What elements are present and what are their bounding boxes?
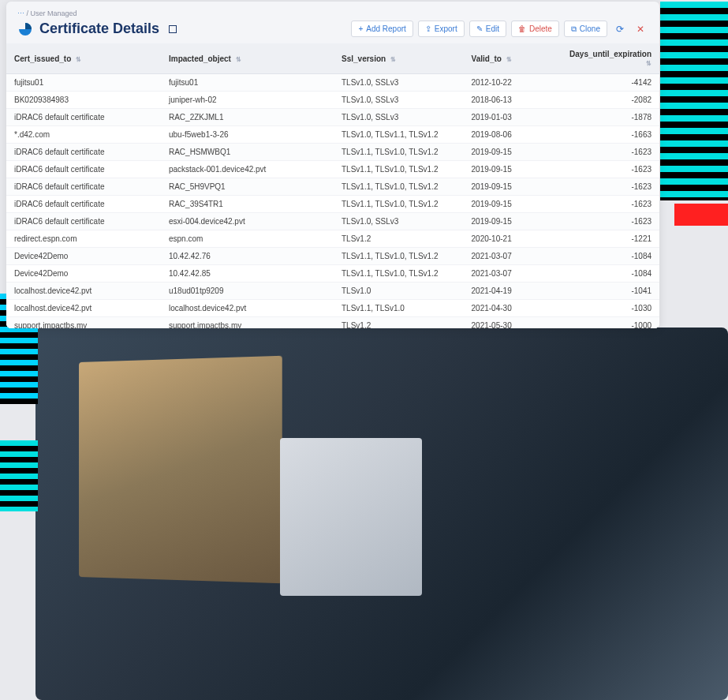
table-row[interactable]: Device42Demo10.42.42.85TLSv1.1, TLSv1.0,… [6, 265, 659, 283]
cell-obj: juniper-wh-02 [161, 92, 334, 109]
refresh-icon[interactable]: ⟳ [612, 21, 628, 37]
clone-button[interactable]: ⧉ Clone [564, 21, 607, 37]
table-row[interactable]: localhost.device42.pvtu18ud01tp9209TLSv1… [6, 283, 659, 300]
table-row[interactable]: localhost.device42.pvtlocalhost.device42… [6, 300, 659, 317]
col-header-ssl-version[interactable]: Ssl_version ⇅ [334, 43, 464, 74]
cell-ssl: TLSv1.1, TLSv1.0, TLSv1.2 [334, 161, 464, 178]
cell-obj: RAC_HSMWBQ1 [161, 144, 334, 161]
cell-ssl: TLSv1.0, SSLv3 [334, 74, 464, 92]
table-row[interactable]: iDRAC6 default certificateesxi-004.devic… [6, 213, 659, 230]
close-icon[interactable]: ✕ [633, 21, 648, 37]
breadcrumb-current: / User Managed [27, 9, 77, 17]
cell-ssl: TLSv1.0 [334, 283, 464, 300]
cell-ssl: TLSv1.1, TLSv1.0, TLSv1.2 [334, 196, 464, 213]
col-label: Cert_issued_to [14, 54, 71, 63]
edit-button[interactable]: ✎ Edit [469, 21, 506, 37]
title-indicator-icon [169, 25, 177, 33]
cell-valid: 2018-06-13 [464, 92, 562, 109]
cell-cert: iDRAC6 default certificate [6, 161, 161, 178]
cell-valid: 2019-09-15 [464, 213, 562, 230]
cell-days: -1041 [562, 283, 659, 300]
sort-icon: ⇅ [236, 56, 241, 63]
certificate-details-panel: ⋯ / User Managed Certificate Details + A… [6, 2, 659, 328]
cell-cert: *.d42.com [6, 126, 161, 144]
cell-cert: redirect.espn.com [6, 230, 161, 248]
cell-obj: packstack-001.device42.pvt [161, 161, 334, 178]
cell-ssl: TLSv1.1, TLSv1.0, TLSv1.2 [334, 178, 464, 196]
cell-ssl: TLSv1.0, TLSv1.1, TLSv1.2 [334, 126, 464, 144]
pencil-icon: ✎ [476, 25, 483, 33]
breadcrumb[interactable]: ⋯ / User Managed [6, 2, 659, 19]
cell-valid: 2019-08-06 [464, 126, 562, 144]
col-label: Days_until_expiration [569, 50, 651, 58]
col-header-valid-to[interactable]: Valid_to ⇅ [464, 43, 562, 74]
cell-cert: localhost.device42.pvt [6, 300, 161, 317]
certificates-table: Cert_issued_to ⇅ Impacted_object ⇅ Ssl_v… [6, 43, 659, 328]
clone-label: Clone [580, 24, 600, 33]
decorative-stripes-left-2 [0, 440, 38, 511]
cell-ssl: TLSv1.1, TLSv1.0, TLSv1.2 [334, 248, 464, 265]
background-photo [35, 328, 728, 700]
sort-icon: ⇅ [646, 60, 651, 67]
cell-cert: BK0209384983 [6, 92, 161, 109]
cell-obj: RAC_39S4TR1 [161, 196, 334, 213]
cell-obj: RAC_2ZKJML1 [161, 109, 334, 126]
cell-valid: 2019-01-03 [464, 109, 562, 126]
breadcrumb-root-link[interactable]: ⋯ [17, 9, 24, 17]
cell-obj: ubu-f5web1-3-26 [161, 126, 334, 144]
table-header-row: Cert_issued_to ⇅ Impacted_object ⇅ Ssl_v… [6, 43, 659, 74]
cell-obj: RAC_5H9VPQ1 [161, 178, 334, 196]
cell-valid: 2021-05-30 [464, 317, 562, 329]
cell-cert: iDRAC6 default certificate [6, 144, 161, 161]
table-row[interactable]: redirect.espn.comespn.comTLSv1.22020-10-… [6, 230, 659, 248]
cell-cert: support.impactbs.my [6, 317, 161, 329]
cell-obj: localhost.device42.pvt [161, 300, 334, 317]
cell-obj: u18ud01tp9209 [161, 283, 334, 300]
table-row[interactable]: iDRAC6 default certificateRAC_5H9VPQ1TLS… [6, 178, 659, 196]
table-row[interactable]: iDRAC6 default certificatepackstack-001.… [6, 161, 659, 178]
export-icon: ⇪ [425, 25, 431, 33]
cell-ssl: TLSv1.0, SSLv3 [334, 213, 464, 230]
cell-days: -1623 [562, 161, 659, 178]
cell-ssl: TLSv1.1, TLSv1.0 [334, 300, 464, 317]
trash-icon: 🗑 [518, 25, 526, 33]
col-header-cert-issued-to[interactable]: Cert_issued_to ⇅ [6, 43, 161, 74]
cell-days: -1623 [562, 144, 659, 161]
col-label: Ssl_version [342, 54, 386, 63]
delete-label: Delete [529, 24, 552, 33]
table-row[interactable]: fujitsu01fujitsu01TLSv1.0, SSLv32012-10-… [6, 74, 659, 92]
cell-obj: fujitsu01 [161, 74, 334, 92]
delete-button[interactable]: 🗑 Delete [511, 21, 559, 37]
cell-cert: fujitsu01 [6, 74, 161, 92]
cell-valid: 2021-03-07 [464, 265, 562, 283]
table-row[interactable]: BK0209384983juniper-wh-02TLSv1.0, SSLv32… [6, 92, 659, 109]
cell-valid: 2021-03-07 [464, 248, 562, 265]
cell-ssl: TLSv1.0, SSLv3 [334, 92, 464, 109]
cell-obj: support.impactbs.my [161, 317, 334, 329]
title-wrap: Certificate Details [17, 21, 177, 37]
col-header-days-until-expiration[interactable]: Days_until_expiration ⇅ [562, 43, 659, 74]
cell-valid: 2021-04-19 [464, 283, 562, 300]
table-row[interactable]: iDRAC6 default certificateRAC_2ZKJML1TLS… [6, 109, 659, 126]
table-row[interactable]: *.d42.comubu-f5web1-3-26TLSv1.0, TLSv1.1… [6, 126, 659, 144]
cell-cert: Device42Demo [6, 248, 161, 265]
cell-obj: 10.42.42.85 [161, 265, 334, 283]
cell-ssl: TLSv1.2 [334, 317, 464, 329]
col-header-impacted-object[interactable]: Impacted_object ⇅ [161, 43, 334, 74]
sort-icon: ⇅ [76, 56, 81, 63]
sort-icon: ⇅ [506, 56, 512, 63]
copy-icon: ⧉ [571, 25, 577, 33]
table-row[interactable]: iDRAC6 default certificateRAC_HSMWBQ1TLS… [6, 144, 659, 161]
table-row[interactable]: Device42Demo10.42.42.76TLSv1.1, TLSv1.0,… [6, 248, 659, 265]
add-report-button[interactable]: + Add Report [351, 21, 413, 37]
table-row[interactable]: iDRAC6 default certificateRAC_39S4TR1TLS… [6, 196, 659, 213]
cell-ssl: TLSv1.1, TLSv1.0, TLSv1.2 [334, 265, 464, 283]
decorative-red-block [674, 204, 728, 226]
cell-days: -1878 [562, 109, 659, 126]
cell-days: -2082 [562, 92, 659, 109]
table-row[interactable]: support.impactbs.mysupport.impactbs.myTL… [6, 317, 659, 329]
cell-days: -1623 [562, 196, 659, 213]
export-button[interactable]: ⇪ Export [418, 21, 465, 37]
cell-valid: 2019-09-15 [464, 161, 562, 178]
cell-days: -1084 [562, 265, 659, 283]
